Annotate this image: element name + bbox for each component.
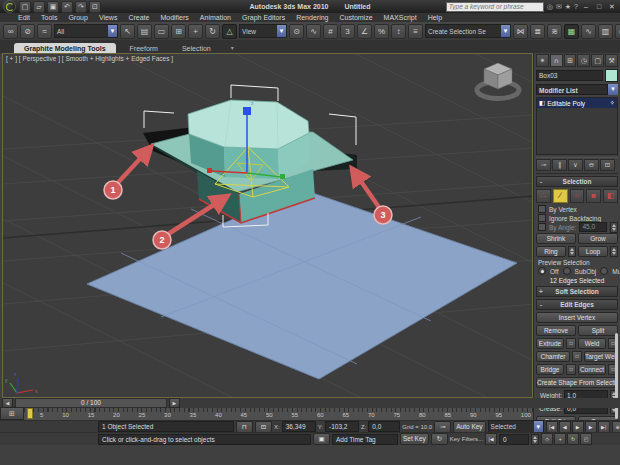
menu-item[interactable]: Customize xyxy=(339,14,372,21)
graphite-ribbon-toggle-icon[interactable]: ▦ xyxy=(564,24,579,39)
vertex-subobject-icon[interactable]: ∴ xyxy=(536,189,551,203)
menu-item[interactable]: Rendering xyxy=(296,14,328,21)
dropdown-arrow-icon[interactable]: ▼ xyxy=(277,25,286,37)
ring-button[interactable]: Ring xyxy=(536,246,566,257)
time-slider[interactable]: 0 / 100 xyxy=(15,398,167,408)
redo-icon[interactable]: ↷ xyxy=(75,1,87,13)
material-editor-icon[interactable]: ◉ xyxy=(615,24,620,39)
rollout-edit-edges[interactable]: - Edit Edges xyxy=(536,299,618,310)
align-icon[interactable]: ≣ xyxy=(530,24,545,39)
named-selection-sets-icon[interactable]: ≡ xyxy=(408,24,423,39)
modifier-stack[interactable]: ◧ Editable Poly ✧ xyxy=(536,97,618,155)
object-color-swatch[interactable] xyxy=(605,69,618,82)
by-vertex-checkbox[interactable] xyxy=(538,205,546,213)
go-to-end-icon[interactable]: ▶| xyxy=(598,421,610,433)
selection-filter-dropdown[interactable]: All▼ xyxy=(54,24,118,38)
menu-item[interactable]: Animation xyxy=(200,14,231,21)
communication-center-icon[interactable]: ✉ xyxy=(556,3,562,11)
dropdown-arrow-icon[interactable]: ▼ xyxy=(608,84,618,95)
ignore-backfacing-checkbox[interactable] xyxy=(538,214,546,222)
bridge-button[interactable]: Bridge xyxy=(536,364,564,375)
app-logo-icon[interactable] xyxy=(3,0,16,13)
insert-vertex-button[interactable]: Insert Vertex xyxy=(536,312,618,323)
bridge-settings-button[interactable]: □ xyxy=(566,364,576,375)
select-object-icon[interactable]: ↖ xyxy=(120,24,135,39)
menu-item[interactable]: Create xyxy=(128,14,149,21)
show-end-result-icon[interactable]: ∥ xyxy=(552,159,567,171)
timeline-ruler[interactable]: 5101520253035404550556065707580859095100 xyxy=(24,408,533,420)
ribbon-tab[interactable]: Freeform xyxy=(120,43,168,53)
hierarchy-tab-icon[interactable]: ⊞ xyxy=(564,54,577,67)
polygon-subobject-icon[interactable]: ■ xyxy=(586,189,601,203)
create-tab-icon[interactable]: ✶ xyxy=(536,54,549,67)
y-coordinate-field[interactable]: -103,2 xyxy=(325,421,359,432)
close-button[interactable]: ✕ xyxy=(607,3,617,11)
select-and-move-icon[interactable]: + xyxy=(188,24,203,39)
dropdown-arrow-icon[interactable]: ▼ xyxy=(501,25,510,37)
play-icon[interactable]: ▶ xyxy=(572,421,584,433)
object-name-field[interactable]: Box03 xyxy=(536,70,603,81)
select-and-link-icon[interactable]: ∞ xyxy=(3,24,18,39)
rollout-soft-selection[interactable]: + Soft Selection xyxy=(536,286,618,297)
rectangular-selection-region-icon[interactable]: ▭ xyxy=(154,24,169,39)
menu-item[interactable]: Graph Editors xyxy=(242,14,285,21)
percent-snap-icon[interactable]: % xyxy=(374,24,389,39)
track-right-arrow[interactable]: ▶ xyxy=(169,398,180,408)
dropdown-arrow-icon[interactable]: ▼ xyxy=(108,25,117,37)
curve-editor-icon[interactable]: ∿ xyxy=(581,24,596,39)
restore-button[interactable]: □ xyxy=(594,3,604,10)
bind-to-space-warp-icon[interactable]: ≈ xyxy=(37,24,52,39)
set-key-button[interactable]: Set Key xyxy=(400,433,429,445)
pan-view-icon[interactable]: + xyxy=(554,433,566,445)
time-tag-disk-icon[interactable]: ▣ xyxy=(313,433,330,445)
select-and-rotate-icon[interactable]: ↻ xyxy=(205,24,220,39)
keyboard-override-icon[interactable]: # xyxy=(323,24,338,39)
chamfer-settings-button[interactable]: □ xyxy=(572,351,582,362)
preview-multi-radio[interactable] xyxy=(600,267,608,275)
field-of-view-icon[interactable]: ◇ xyxy=(541,433,553,445)
z-coordinate-field[interactable]: 0,0 xyxy=(368,421,400,432)
connect-button[interactable]: Connect xyxy=(578,364,606,375)
menu-item[interactable]: MAXScript xyxy=(384,14,417,21)
stack-item-editable-poly[interactable]: ◧ Editable Poly ✧ xyxy=(537,98,617,108)
menu-item[interactable]: Tools xyxy=(41,14,57,21)
key-mode-loop-icon[interactable]: ↻ xyxy=(431,433,448,445)
search-input[interactable] xyxy=(446,2,544,12)
menu-item[interactable]: Views xyxy=(99,14,118,21)
project-folder-icon[interactable]: ⊡ xyxy=(89,1,101,13)
select-and-scale-icon[interactable]: △ xyxy=(222,24,237,39)
dropdown-arrow-icon[interactable]: ▼ xyxy=(534,421,543,433)
collapse-icon[interactable]: - xyxy=(537,178,545,185)
named-selection-set-dropdown[interactable]: Create Selection Se▼ xyxy=(425,24,511,38)
open-file-icon[interactable]: ▱ xyxy=(33,1,45,13)
shrink-button[interactable]: Shrink xyxy=(536,233,576,244)
ribbon-tab[interactable]: Selection xyxy=(172,43,221,53)
undo-icon[interactable]: ↶ xyxy=(61,1,73,13)
ring-spinner[interactable] xyxy=(568,246,576,257)
border-subobject-icon[interactable]: ○ xyxy=(570,189,585,203)
go-to-start-icon[interactable]: |◀ xyxy=(546,421,558,433)
loop-spinner[interactable] xyxy=(610,246,618,257)
key-filters-button[interactable]: Key Filters... xyxy=(450,436,483,442)
favorites-icon[interactable]: ★ xyxy=(565,3,571,11)
motion-tab-icon[interactable]: ◷ xyxy=(577,54,590,67)
modify-tab-icon[interactable]: ∩ xyxy=(550,54,563,67)
by-angle-field[interactable]: 45,0 xyxy=(579,222,607,232)
expand-icon[interactable]: + xyxy=(537,288,545,295)
selection-lock-icon[interactable]: ⊓ xyxy=(236,421,253,433)
new-scene-icon[interactable]: ▢ xyxy=(19,1,31,13)
by-angle-checkbox[interactable] xyxy=(538,223,546,231)
key-mode-toggle[interactable]: |◀ xyxy=(485,433,497,445)
zoom-icon[interactable]: ⊕ xyxy=(612,421,620,433)
mirror-icon[interactable]: ⋈ xyxy=(513,24,528,39)
orbit-icon[interactable]: ↻ xyxy=(567,433,579,445)
layer-manager-icon[interactable]: ≋ xyxy=(547,24,562,39)
extrude-button[interactable]: Extrude xyxy=(536,338,564,349)
ribbon-minimize-icon[interactable]: ▾ xyxy=(231,44,234,53)
unlink-selection-icon[interactable]: ⊘ xyxy=(20,24,35,39)
perspective-viewport[interactable]: z x y z xyxy=(2,53,533,398)
add-time-tag[interactable]: Add Time Tag xyxy=(332,434,398,445)
maximize-viewport-icon[interactable]: ◰ xyxy=(580,433,592,445)
absolute-mode-icon[interactable]: ⊡ xyxy=(255,421,272,433)
by-angle-spinner[interactable] xyxy=(610,222,618,233)
